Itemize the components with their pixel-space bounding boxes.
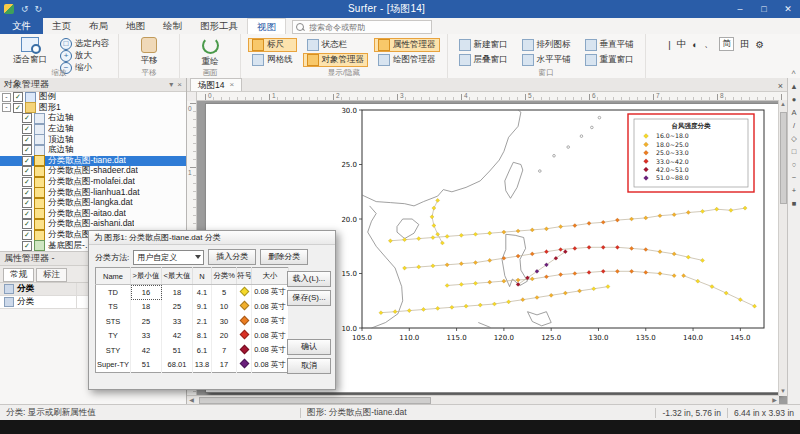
class-cell[interactable]: 51	[131, 357, 162, 372]
showhide-toggle-0[interactable]: 标尺	[248, 38, 297, 52]
pan-button[interactable]: 平移	[126, 36, 172, 67]
ime-punct-icon[interactable]: 、	[704, 38, 714, 51]
panel-menu-icon[interactable]: ▾	[169, 80, 173, 89]
class-cell[interactable]: 4.1	[193, 285, 212, 300]
command-search-input[interactable]	[307, 22, 421, 33]
visibility-checkbox[interactable]: ✓	[22, 145, 32, 155]
visibility-checkbox[interactable]: ✓	[22, 177, 32, 187]
tree-item-0[interactable]: -✓图例	[0, 92, 186, 103]
window-item-1[interactable]: 层叠窗口	[455, 53, 512, 67]
ok-button[interactable]: 确认	[287, 339, 331, 355]
class-cell[interactable]: 25	[162, 300, 193, 314]
class-cell[interactable]: 8.1	[193, 329, 212, 343]
class-cell[interactable]: TS	[96, 300, 131, 314]
class-cell[interactable]: 7	[212, 343, 237, 357]
tab-6[interactable]: 视图	[247, 18, 286, 34]
measure-tool-icon[interactable]: ■	[789, 199, 799, 209]
class-cell[interactable]: 0.08 英寸	[252, 343, 289, 357]
maximize-button[interactable]: □	[752, 4, 776, 14]
rectangle-tool-icon[interactable]: □	[789, 147, 799, 157]
classification-dialog[interactable]: 为 图形1: 分类散点图-tiane.dat 分类 分类方法: 用户自定义 插入…	[88, 230, 336, 390]
zoom-item-1[interactable]: +放大	[58, 50, 111, 61]
class-cell[interactable]: 2.1	[193, 314, 212, 328]
class-cell[interactable]: 0.08 英寸	[252, 357, 289, 372]
visibility-checkbox[interactable]: ✓	[13, 103, 23, 113]
ime-shape-icon[interactable]: ◐	[692, 39, 698, 50]
class-cell[interactable]: TD	[96, 285, 131, 300]
polyline-tool-icon[interactable]: /	[789, 121, 799, 131]
save-button[interactable]: 保存(S)...	[287, 290, 331, 306]
class-symbol-icon[interactable]	[237, 285, 252, 300]
symbol-tool-icon[interactable]: +	[789, 186, 799, 196]
class-symbol-icon[interactable]	[237, 343, 252, 357]
scroll-up-arrow[interactable]: ▲	[779, 100, 787, 109]
window-item-3[interactable]: 水平平铺	[518, 53, 575, 67]
showhide-toggle-1[interactable]: 网格线	[248, 53, 297, 67]
window-item-0[interactable]: 新建窗口	[455, 38, 512, 52]
class-cell[interactable]: 68.01	[162, 357, 193, 372]
class-cell[interactable]: 42	[131, 343, 162, 357]
spline-tool-icon[interactable]: ~	[789, 173, 799, 183]
tab-3[interactable]: 地图	[117, 18, 154, 34]
close-button[interactable]: ✕	[776, 4, 800, 14]
load-button[interactable]: 载入(L)...	[287, 271, 331, 287]
class-cell[interactable]: 18	[131, 300, 162, 314]
expand-toggle-icon[interactable]: -	[2, 103, 11, 112]
class-symbol-icon[interactable]	[237, 314, 252, 328]
class-cell[interactable]: 30	[212, 314, 237, 328]
showhide-toggle-3[interactable]: 对象管理器	[303, 53, 369, 67]
class-cell[interactable]: 25	[131, 314, 162, 328]
redraw-button[interactable]: 重绘	[187, 36, 233, 68]
visibility-checkbox[interactable]: ✓	[22, 230, 32, 240]
showhide-toggle-2[interactable]: 状态栏	[303, 38, 369, 52]
prop-tab-1[interactable]: 标注	[36, 268, 67, 282]
class-cell[interactable]: 0.08 英寸	[252, 300, 289, 314]
class-cell[interactable]: 5	[212, 285, 237, 300]
map-svg[interactable]: 105.0110.0115.0120.0125.0130.0135.0140.0…	[326, 104, 778, 356]
vertical-scroll-thumb[interactable]	[780, 112, 787, 204]
class-cell[interactable]: 0.08 英寸	[252, 329, 289, 343]
text-tool-icon[interactable]: A	[789, 108, 799, 118]
document-tab-close-icon[interactable]: ×	[229, 79, 234, 91]
class-row-Super-TY[interactable]: Super-TY5168.0113.8170.08 英寸	[96, 357, 289, 372]
visibility-checkbox[interactable]: ✓	[22, 135, 32, 145]
ime-settings-gear-icon[interactable]: ⚙	[755, 39, 764, 50]
delete-class-button[interactable]: 删除分类	[260, 249, 308, 265]
visibility-checkbox[interactable]: ✓	[22, 166, 32, 176]
tree-item-4[interactable]: ✓顶边轴	[0, 134, 186, 145]
document-tab[interactable]: 场图14 ×	[190, 78, 242, 91]
class-cell[interactable]: 16	[131, 285, 162, 300]
ime-lang-badge[interactable]: 简	[719, 37, 734, 51]
fit-to-window-button[interactable]: 适合窗口	[7, 36, 53, 66]
class-cell[interactable]: 0.08 英寸	[252, 314, 289, 328]
tree-item-3[interactable]: ✓左边轴	[0, 124, 186, 135]
undo-icon[interactable]: ↺	[21, 4, 29, 14]
class-row-TD[interactable]: TD16184.150.08 英寸	[96, 285, 289, 300]
method-dropdown[interactable]: 用户自定义	[133, 250, 204, 265]
visibility-checkbox[interactable]: ✓	[22, 198, 32, 208]
class-cell[interactable]: 18	[162, 285, 193, 300]
class-cell[interactable]: 0.08 英寸	[252, 285, 289, 300]
class-symbol-icon[interactable]	[237, 300, 252, 314]
class-row-STS[interactable]: STS25332.1300.08 英寸	[96, 314, 289, 328]
class-symbol-icon[interactable]	[237, 329, 252, 343]
visibility-checkbox[interactable]: ✓	[13, 92, 23, 102]
class-cell[interactable]: 33	[162, 314, 193, 328]
ime-keyboard-icon[interactable]: 田	[740, 38, 750, 51]
class-cell[interactable]: 9.1	[193, 300, 212, 314]
scroll-down-arrow[interactable]: ▼	[779, 387, 787, 396]
minimize-button[interactable]: –	[728, 4, 752, 14]
visibility-checkbox[interactable]: ✓	[22, 113, 32, 123]
window-item-2[interactable]: 排列图标	[518, 38, 575, 52]
class-cell[interactable]: 33	[131, 329, 162, 343]
tree-item-2[interactable]: ✓右边轴	[0, 113, 186, 124]
scroll-left-arrow[interactable]: ◀	[187, 396, 196, 404]
point-tool-icon[interactable]: ●	[789, 95, 799, 105]
classification-table[interactable]: Name>最小值<最大值N分类%符号大小TD16184.150.08 英寸TS1…	[95, 267, 289, 373]
class-row-TY[interactable]: TY33428.1200.08 英寸	[96, 329, 289, 343]
collapse-ribbon-button[interactable]: ˄	[791, 68, 796, 77]
visibility-checkbox[interactable]: ✓	[22, 241, 32, 251]
class-cell[interactable]: 6.1	[193, 343, 212, 357]
visibility-checkbox[interactable]: ✓	[22, 188, 32, 198]
cancel-button[interactable]: 取消	[287, 358, 331, 374]
